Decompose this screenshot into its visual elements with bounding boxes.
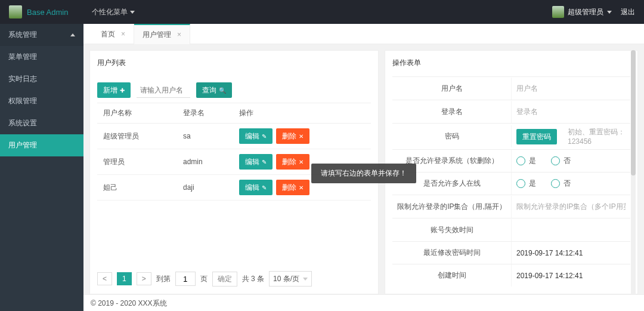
pager-jump-input[interactable] <box>175 272 196 286</box>
sidebar-header[interactable]: 系统管理 <box>0 24 83 46</box>
brand-logo[interactable]: Base Admin <box>9 5 68 19</box>
top-nav-item[interactable]: 个性化菜单 <box>92 7 135 17</box>
tab-home[interactable]: 首页 × <box>92 24 134 44</box>
user-name: 超级管理员 <box>568 7 603 17</box>
sidebar-item-menu[interactable]: 菜单管理 <box>0 46 83 68</box>
brand-icon <box>9 5 22 19</box>
pager-prev[interactable]: < <box>97 272 112 285</box>
user-menu[interactable]: 超级管理员 <box>552 6 612 18</box>
avatar <box>552 6 564 18</box>
close-icon[interactable]: × <box>177 24 181 45</box>
main-area: 首页 × 用户管理 × 用户列表 新增 查询 <box>83 24 644 311</box>
sidebar-item-settings[interactable]: 系统设置 <box>0 112 83 134</box>
created-value: 2019-09-17 14:12:41 <box>516 272 583 280</box>
add-button[interactable]: 新增 <box>97 82 131 98</box>
sidebar: 系统管理 菜单管理 实时日志 权限管理 系统设置 用户管理 <box>0 24 83 311</box>
chevron-down-icon <box>607 11 612 14</box>
login-input[interactable] <box>516 104 626 119</box>
edit-icon <box>262 133 267 140</box>
pagination: < 1 > 到第 页 确定 共 3 条 10 条/页 <box>97 259 371 287</box>
edit-icon <box>262 158 267 165</box>
tab-users[interactable]: 用户管理 × <box>134 24 190 44</box>
toast-message: 请填写右边的表单并保存！ <box>311 164 416 183</box>
pager-current[interactable]: 1 <box>117 272 132 285</box>
delete-button[interactable]: 删除 <box>276 128 309 144</box>
search-icon <box>219 87 226 94</box>
label-username: 用户名 <box>392 78 512 100</box>
delete-button[interactable]: 删除 <box>276 180 309 195</box>
col-login: 登录名 <box>177 103 233 124</box>
sidebar-item-log[interactable]: 实时日志 <box>0 68 83 90</box>
col-ops: 操作 <box>233 103 371 124</box>
allow-multi-no[interactable]: 否 <box>551 178 571 189</box>
chevron-down-icon <box>130 11 135 14</box>
scroll-thumb[interactable] <box>631 50 636 175</box>
reset-password-button[interactable]: 重置密码 <box>516 129 557 144</box>
allow-login-no[interactable]: 否 <box>551 156 571 166</box>
password-hint: 初始、重置密码：123456 <box>568 127 626 146</box>
ip-input[interactable] <box>516 199 626 214</box>
label-password: 密码 <box>392 125 512 147</box>
user-table: 用户名称 登录名 操作 超级管理员 sa 编辑 删除 <box>97 103 371 201</box>
label-ip: 限制允许登录的IP集合（用,隔开） <box>392 196 512 218</box>
brand-text: Base Admin <box>27 8 68 17</box>
edit-icon <box>262 184 267 191</box>
x-icon <box>299 184 304 191</box>
sidebar-item-users[interactable]: 用户管理 <box>0 134 83 156</box>
chevron-up-icon <box>70 33 75 36</box>
tab-bar: 首页 × 用户管理 × <box>83 24 644 44</box>
scrollbar[interactable] <box>631 50 636 294</box>
search-button[interactable]: 查询 <box>196 82 232 98</box>
delete-button[interactable]: 删除 <box>276 154 309 170</box>
col-name: 用户名称 <box>97 103 177 124</box>
form-panel: 操作表单 用户名 登录名 密码 重置密码 初始、重置密码：123456 <box>385 50 638 294</box>
label-pwd-modified: 最近修改密码时间 <box>392 242 512 264</box>
edit-button[interactable]: 编辑 <box>239 154 273 170</box>
top-nav-label: 个性化菜单 <box>92 7 128 17</box>
allow-login-yes[interactable]: 是 <box>516 156 536 166</box>
pager-pagesize[interactable]: 10 条/页 <box>269 271 312 287</box>
table-row[interactable]: 超级管理员 sa 编辑 删除 <box>97 124 371 149</box>
logout-link[interactable]: 退出 <box>621 7 635 17</box>
top-header: Base Admin 个性化菜单 超级管理员 退出 <box>0 0 644 24</box>
username-input[interactable] <box>516 81 626 96</box>
panel-title-left: 用户列表 <box>97 58 371 68</box>
panel-title-right: 操作表单 <box>392 58 630 68</box>
pager-confirm[interactable]: 确定 <box>212 272 237 287</box>
chevron-down-icon <box>303 278 308 281</box>
sidebar-item-perm[interactable]: 权限管理 <box>0 90 83 112</box>
expire-input[interactable] <box>516 222 626 238</box>
list-toolbar: 新增 查询 <box>97 82 371 98</box>
edit-button[interactable]: 编辑 <box>239 180 273 195</box>
label-expire: 账号失效时间 <box>392 219 512 241</box>
pwd-modified-value: 2019-09-17 14:12:41 <box>516 249 583 257</box>
x-icon <box>299 133 304 140</box>
edit-button[interactable]: 编辑 <box>239 128 273 144</box>
allow-multi-yes[interactable]: 是 <box>516 178 536 189</box>
label-login: 登录名 <box>392 101 512 123</box>
close-icon[interactable]: × <box>121 24 125 44</box>
x-icon <box>299 158 304 165</box>
plus-icon <box>120 87 125 94</box>
label-created: 创建时间 <box>392 264 512 287</box>
footer: © 2019 - 2020 XXX系统 <box>83 294 644 311</box>
pager-next[interactable]: > <box>137 272 151 285</box>
search-input[interactable] <box>137 82 190 98</box>
